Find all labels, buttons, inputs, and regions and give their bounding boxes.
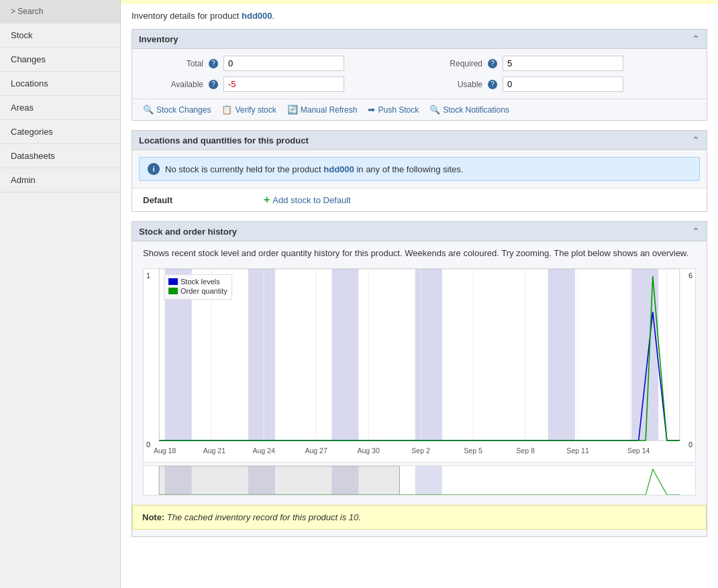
y-right-max-label: 6 [688, 272, 693, 280]
required-row: Required ? [422, 56, 696, 71]
note-value: 10 [349, 512, 358, 522]
stock-notifications-icon: 🔍 [429, 105, 440, 115]
sidebar-item-locations[interactable]: Locations [0, 72, 120, 96]
sidebar-item-datasheets[interactable]: Datasheets [0, 144, 120, 168]
location-product-code: hdd000 [323, 164, 354, 174]
locations-title: Locations and quantities for this produc… [139, 135, 309, 145]
svg-rect-2 [331, 269, 358, 440]
total-label: Total [143, 59, 203, 68]
product-code: hdd000 [242, 11, 272, 21]
sidebar: > Search Stock Changes Locations Areas C… [0, 0, 121, 588]
chart-description: Shows recent stock level and order quant… [132, 241, 707, 266]
push-stock-link[interactable]: ➡ Push Stock [368, 105, 419, 115]
chart-container: 1 0 6 0 Stock levels Order quantity [132, 266, 707, 498]
plus-icon: + [264, 194, 270, 206]
usable-input[interactable] [503, 76, 623, 92]
note-box: Note: The cached inventory record for th… [132, 505, 707, 530]
overview-chart[interactable] [143, 465, 696, 495]
default-location-label: Default [143, 195, 264, 205]
sidebar-item-admin[interactable]: Admin [0, 168, 120, 192]
stock-notifications-link[interactable]: 🔍 Stock Notifications [429, 105, 509, 115]
svg-text:Sep 14: Sep 14 [627, 447, 650, 455]
usable-row: Usable ? [422, 76, 696, 92]
inventory-collapse-icon[interactable]: ⌃ [692, 34, 700, 44]
history-title: Stock and order history [139, 227, 237, 237]
sidebar-item-changes[interactable]: Changes [0, 48, 120, 72]
locations-collapse-icon[interactable]: ⌃ [692, 135, 700, 145]
y-max-label: 1 [146, 272, 150, 280]
total-row: Total ? [143, 56, 417, 71]
svg-rect-3 [415, 269, 442, 440]
required-input[interactable] [503, 56, 623, 71]
usable-help-icon[interactable]: ? [488, 80, 497, 89]
svg-text:Aug 18: Aug 18 [154, 447, 176, 455]
verify-stock-link[interactable]: 📋 Verify stock [221, 105, 276, 115]
legend-order-color [168, 288, 178, 294]
main-content: Inventory details for product hdd000. In… [121, 0, 718, 588]
stock-changes-icon: 🔍 [143, 105, 154, 115]
chart-legend: Stock levels Order quantity [164, 274, 232, 300]
sidebar-item-areas[interactable]: Areas [0, 96, 120, 120]
svg-text:Aug 21: Aug 21 [203, 447, 225, 455]
push-stock-icon: ➡ [368, 105, 375, 115]
total-input[interactable] [223, 56, 344, 71]
available-row: Available ? [143, 76, 417, 92]
required-help-icon[interactable]: ? [488, 59, 497, 68]
sidebar-item-stock[interactable]: Stock [0, 23, 120, 48]
note-label: Note: [142, 512, 164, 522]
y-min-label: 0 [146, 440, 150, 449]
available-input[interactable] [223, 76, 344, 92]
legend-order: Order quantity [168, 287, 227, 295]
inventory-header: Inventory ⌃ [132, 30, 707, 49]
legend-stock-color [168, 278, 178, 285]
sidebar-item-search[interactable]: > Search [0, 0, 120, 23]
total-help-icon[interactable]: ? [209, 59, 218, 68]
locations-header: Locations and quantities for this produc… [132, 131, 707, 150]
default-location-row: Default + Add stock to Default [132, 188, 707, 211]
svg-text:Sep 8: Sep 8 [516, 447, 535, 455]
inventory-section: Inventory ⌃ Total ? Required ? Ava [132, 29, 707, 121]
available-help-icon[interactable]: ? [209, 80, 218, 89]
inventory-title: Inventory [139, 34, 178, 44]
verify-stock-icon: 📋 [221, 105, 232, 115]
svg-rect-1 [248, 269, 275, 440]
no-stock-banner: i No stock is currently held for the pro… [139, 157, 700, 181]
inventory-grid: Total ? Required ? Available ? [132, 49, 707, 99]
locations-section: Locations and quantities for this produc… [132, 130, 707, 212]
main-chart[interactable]: 1 0 6 0 Stock levels Order quantity [143, 268, 696, 463]
stock-changes-link[interactable]: 🔍 Stock Changes [143, 105, 211, 115]
svg-rect-4 [548, 269, 575, 440]
add-stock-link[interactable]: + Add stock to Default [264, 194, 351, 206]
svg-text:Sep 2: Sep 2 [411, 447, 430, 455]
product-title: Inventory details for product hdd000. [132, 11, 707, 21]
overview-svg [144, 466, 695, 495]
legend-stock: Stock levels [168, 278, 227, 286]
sidebar-item-categories[interactable]: Categories [0, 120, 120, 144]
required-label: Required [422, 59, 482, 68]
svg-text:Aug 24: Aug 24 [252, 447, 274, 455]
svg-text:Aug 27: Aug 27 [305, 447, 327, 455]
svg-text:Sep 5: Sep 5 [464, 447, 482, 455]
no-stock-text: No stock is currently held for the produ… [165, 164, 463, 174]
content-area: Inventory details for product hdd000. In… [121, 4, 718, 553]
history-header: Stock and order history ⌃ [132, 222, 707, 241]
svg-text:Sep 11: Sep 11 [566, 447, 588, 455]
history-collapse-icon[interactable]: ⌃ [692, 226, 700, 237]
manual-refresh-link[interactable]: 🔄 Manual Refresh [287, 105, 358, 115]
available-label: Available [143, 80, 203, 89]
action-links: 🔍 Stock Changes 📋 Verify stock 🔄 Manual … [132, 99, 707, 120]
y-right-min-label: 0 [688, 440, 693, 449]
manual-refresh-icon: 🔄 [287, 105, 298, 115]
history-section: Stock and order history ⌃ Shows recent s… [132, 221, 707, 537]
info-icon: i [148, 163, 160, 175]
svg-rect-33 [415, 466, 442, 495]
svg-text:Aug 30: Aug 30 [357, 447, 379, 455]
usable-label: Usable [422, 80, 482, 89]
svg-rect-34 [159, 466, 399, 495]
